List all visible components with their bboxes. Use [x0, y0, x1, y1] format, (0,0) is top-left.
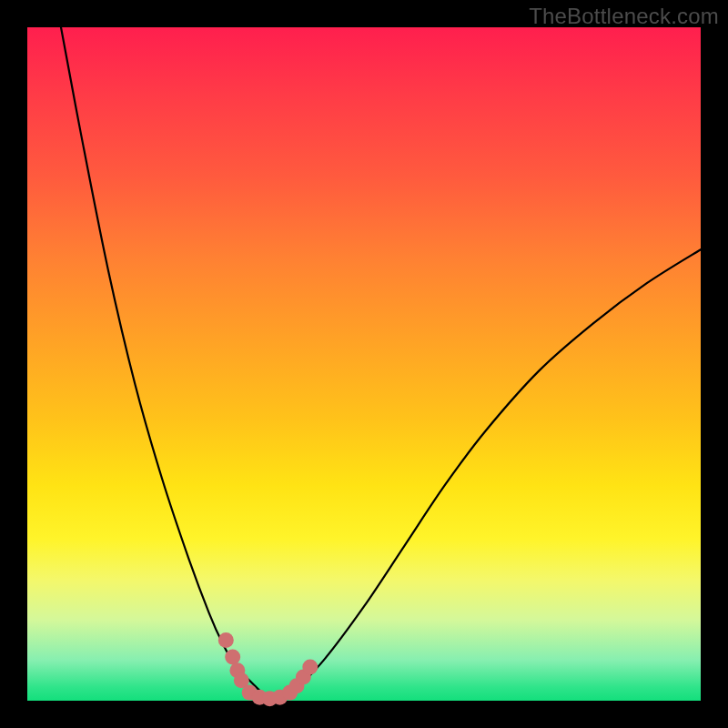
marker-dot: [302, 660, 318, 675]
chart-frame: TheBottleneck.com: [0, 0, 728, 728]
right-rising-curve: [269, 249, 701, 701]
marker-dot: [218, 632, 234, 648]
marker-dots: [218, 632, 318, 706]
plot-area: [27, 27, 701, 701]
left-falling-curve: [61, 27, 269, 701]
watermark-text: TheBottleneck.com: [529, 4, 719, 29]
marker-dot: [225, 649, 240, 664]
curve-layer: [27, 27, 701, 701]
